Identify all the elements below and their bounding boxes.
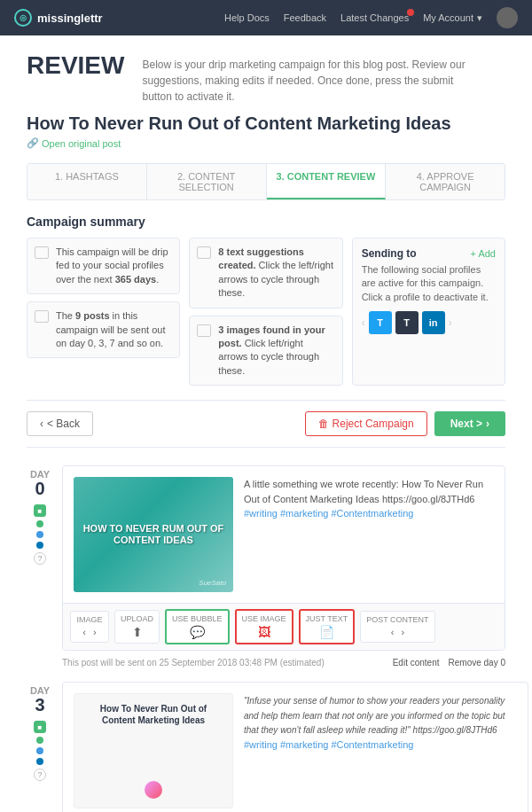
tab-content-review[interactable]: 3. CONTENT REVIEW — [267, 164, 387, 199]
just-text-icon: 📄 — [319, 625, 334, 639]
page-description: Below is your drip marketing campaign fo… — [142, 53, 479, 105]
help-link[interactable]: Help Docs — [224, 12, 270, 23]
post-title: How To Never Run Out of Content Marketin… — [27, 113, 505, 134]
chevron-left-icon: ‹ — [40, 418, 43, 430]
day-0-circle-3 — [36, 542, 43, 549]
link-icon: 🔗 — [27, 137, 39, 149]
day-0-label: DAY 0 ■ ? — [27, 465, 53, 675]
reject-button[interactable]: 🗑 Reject Campaign — [305, 411, 427, 436]
day-0-image: HOW TO NEVER RUM OUT OF ConteNT IDEAS Su… — [74, 477, 233, 592]
navbar: ◎ missinglettr Help Docs Feedback Latest… — [0, 0, 532, 35]
avatar[interactable] — [497, 7, 518, 28]
trash-icon: 🗑 — [318, 418, 329, 430]
day-3-section: DAY 3 ■ ? How To Never Run Out of Conten… — [27, 682, 505, 812]
page-title: REVIEW — [27, 53, 124, 78]
day-3-hashtags: #writing #marketing #Contentmarketing — [244, 739, 413, 750]
day-0-footer: This post will be sent on 25 September 2… — [62, 654, 505, 675]
edit-content-link[interactable]: Edit content — [393, 658, 440, 668]
day-3-label: DAY 3 ■ ? — [27, 682, 53, 812]
text-icon — [197, 246, 211, 259]
sending-title: Sending to — [362, 247, 417, 260]
chevron-left-icon[interactable]: ‹ — [362, 316, 365, 329]
remove-day-link[interactable]: Remove day 0 — [449, 658, 505, 668]
calendar-icon — [35, 246, 49, 259]
social-profiles: ‹ T T in › — [362, 311, 496, 334]
campaign-summary: Campaign summary This campaign will be d… — [27, 215, 505, 386]
day-3-circle-1 — [36, 737, 43, 744]
arrow-right[interactable]: › — [90, 626, 99, 638]
brand-logo — [145, 781, 162, 799]
day-3-text: "Infuse your sense of humor to show your… — [244, 693, 517, 808]
day-0-post-content: HOW TO NEVER RUM OUT OF ConteNT IDEAS Su… — [63, 466, 505, 603]
day-0-hashtags: #writing #marketing #Contentmarketing — [244, 508, 413, 519]
summary-item-images: 3 images found in your post. Click left/… — [189, 316, 342, 386]
tab-content-selection[interactable]: 2. CONTENT SELECTION — [147, 164, 267, 199]
day-0-text: A little something we wrote recently: Ho… — [244, 477, 494, 592]
image-brand: SueSato — [199, 579, 226, 587]
review-header: REVIEW Below is your drip marketing camp… — [27, 35, 505, 113]
tab-bar: 1. HASHTAGS 2. CONTENT SELECTION 3. CONT… — [27, 163, 505, 200]
image-icon — [197, 324, 211, 337]
chevron-down-icon: ▾ — [477, 12, 482, 24]
right-actions: 🗑 Reject Campaign Next > › — [305, 411, 505, 436]
main-content: REVIEW Below is your drip marketing camp… — [0, 35, 532, 812]
content-arrow-right[interactable]: › — [398, 626, 407, 638]
day-3-help-icon[interactable]: ? — [34, 769, 46, 781]
day-0-circle-2 — [36, 531, 43, 538]
toolbar-row: IMAGE ‹ › UPLOAD ⬆ USE BUBBLE — [70, 609, 497, 644]
tab-approve-campaign[interactable]: 4. APPROVE CAMPAIGN — [386, 164, 505, 199]
brand-icon: ◎ — [14, 9, 32, 27]
day-0-actions: Edit content Remove day 0 — [393, 658, 505, 668]
use-image-icon: 🖼 — [258, 625, 270, 639]
toolbar-use-bubble[interactable]: USE BUBBLE 💬 — [165, 609, 230, 644]
campaign-summary-title: Campaign summary — [27, 215, 505, 229]
arrow-left[interactable]: ‹ — [80, 626, 89, 638]
day-3-circle-3 — [36, 758, 43, 765]
chevron-right-icon: › — [486, 418, 489, 430]
day-3-image-title: How To Never Run Out of Content Marketin… — [83, 703, 223, 726]
open-post-link[interactable]: 🔗 Open original post — [27, 137, 505, 149]
day-3-circle-2 — [36, 747, 43, 754]
day-0-help-icon[interactable]: ? — [34, 552, 46, 565]
notification-badge — [407, 9, 414, 16]
day-0-icons: ■ ? — [34, 504, 46, 565]
day-0-circle-1 — [36, 520, 43, 527]
summary-item-posts: The 9 posts in this campaign will be sen… — [27, 301, 180, 358]
back-button[interactable]: ‹ < Back — [27, 411, 93, 436]
sending-header: Sending to + Add — [362, 247, 496, 260]
day-0-content: HOW TO NEVER RUM OUT OF ConteNT IDEAS Su… — [62, 465, 505, 675]
tab-hashtags[interactable]: 1. HASHTAGS — [27, 164, 147, 199]
day-3-image: How To Never Run Out of Content Marketin… — [74, 693, 233, 808]
add-profile-link[interactable]: + Add — [471, 248, 496, 259]
toolbar-use-image[interactable]: USE IMAGE 🖼 — [235, 609, 293, 644]
summary-col-mid: 8 text suggestions created. Click the le… — [189, 238, 342, 386]
content-arrow-left[interactable]: ‹ — [388, 626, 397, 638]
toolbar-post-content[interactable]: POST CONTENT ‹ › — [360, 611, 434, 643]
day-3-post-icon[interactable]: ■ — [34, 721, 46, 733]
day-0-card: HOW TO NEVER RUM OUT OF ConteNT IDEAS Su… — [62, 465, 505, 651]
nav-links: Help Docs Feedback Latest Changes My Acc… — [224, 7, 518, 28]
day-0-toolbar: IMAGE ‹ › UPLOAD ⬆ USE BUBBLE — [63, 603, 505, 650]
linkedin-profile[interactable]: in — [422, 311, 445, 334]
bubble-icon: 💬 — [190, 625, 205, 639]
my-account-menu[interactable]: My Account ▾ — [423, 12, 482, 24]
image-bg: HOW TO NEVER RUM OUT OF ConteNT IDEAS Su… — [74, 477, 233, 592]
upload-icon: ⬆ — [132, 625, 143, 639]
chevron-right-icon[interactable]: › — [449, 316, 452, 329]
day-3-post-content: How To Never Run Out of Content Marketin… — [63, 683, 528, 812]
twitter-profile-2[interactable]: T — [395, 311, 419, 334]
next-button[interactable]: Next > › — [434, 411, 505, 436]
toolbar-image[interactable]: IMAGE ‹ › — [70, 611, 109, 643]
day-0-estimated: This post will be sent on 25 September 2… — [62, 658, 325, 668]
latest-changes-link[interactable]: Latest Changes — [340, 12, 409, 23]
twitter-profile-1[interactable]: T — [369, 311, 392, 334]
brand-name: missinglettr — [37, 12, 103, 25]
day-0-post-icon[interactable]: ■ — [34, 504, 46, 517]
toolbar-just-text[interactable]: JUST TEXT 📄 — [299, 609, 356, 644]
posts-icon — [35, 310, 49, 323]
toolbar-upload[interactable]: UPLOAD ⬆ — [114, 610, 160, 644]
feedback-link[interactable]: Feedback — [284, 12, 326, 23]
brand: ◎ missinglettr — [14, 9, 103, 27]
day-3-content: How To Never Run Out of Content Marketin… — [62, 682, 528, 812]
sending-to-panel: Sending to + Add The following social pr… — [352, 238, 505, 386]
